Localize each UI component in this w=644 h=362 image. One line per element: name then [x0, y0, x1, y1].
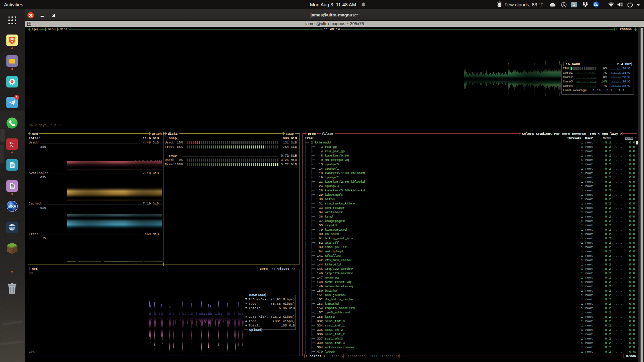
svg-text:hp: hp: [594, 3, 598, 6]
svg-text:MKV: MKV: [8, 204, 16, 208]
